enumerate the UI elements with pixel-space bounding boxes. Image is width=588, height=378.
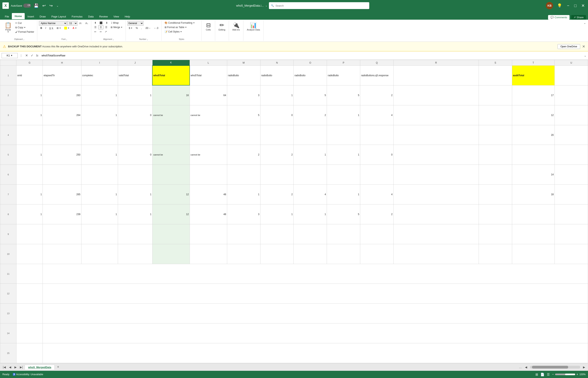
cell-o10[interactable] (294, 244, 327, 264)
cell-q1[interactable]: radioButtons.q5.response (360, 66, 394, 85)
cell-m4[interactable] (227, 125, 260, 145)
col-header-j[interactable]: J (118, 60, 152, 66)
cell-u10[interactable] (555, 244, 588, 264)
tab-insert[interactable]: Insert (25, 14, 37, 20)
bold-button[interactable]: B (39, 26, 43, 30)
cell-r6[interactable] (393, 165, 479, 185)
indent-right-button[interactable]: ⇒ (98, 30, 103, 34)
alignment-expand[interactable]: ⌟ (113, 38, 114, 40)
col-header-u[interactable]: U (555, 60, 588, 66)
cell-p8[interactable]: 5 (327, 204, 360, 224)
sheet-more-options[interactable]: … (518, 365, 523, 369)
paste-dropdown[interactable]: ▼ (7, 31, 9, 33)
cell-r5[interactable] (393, 145, 479, 165)
cell-n4[interactable] (260, 125, 294, 145)
cell-k4[interactable] (152, 125, 190, 145)
cell-m5[interactable]: 2 (227, 145, 260, 165)
zoom-out-button[interactable]: − (552, 373, 554, 376)
cell-s7[interactable] (479, 185, 512, 204)
page-break-button[interactable]: ☰ (547, 373, 550, 376)
cell-u1[interactable] (555, 66, 588, 85)
col-header-r[interactable]: R (393, 60, 479, 66)
cell-m1[interactable]: radioButto (227, 66, 260, 85)
cell-k6[interactable] (152, 165, 190, 185)
cell-q9[interactable] (360, 224, 394, 244)
cell-i4[interactable] (81, 125, 118, 145)
sheet-nav-right[interactable]: ▶ (13, 365, 18, 369)
cell-i10[interactable] (81, 244, 118, 264)
cell-h9[interactable] (43, 224, 81, 244)
cell-j9[interactable] (118, 224, 152, 244)
cell-q4[interactable] (360, 125, 394, 145)
tab-formulas[interactable]: Formulas (69, 14, 85, 20)
merge-button[interactable]: ⊞ Merge ▼ (109, 25, 124, 29)
cell-h3[interactable]: 264 (43, 105, 81, 125)
align-bottom-button[interactable]: ⬇ (104, 21, 109, 25)
quick-access-more[interactable]: ⌄ (55, 3, 59, 8)
cell-i2[interactable]: 1 (81, 85, 118, 105)
cell-s3[interactable] (479, 105, 512, 125)
indent-left-button[interactable]: ⇐ (93, 30, 98, 34)
cell-g7[interactable]: 1 (16, 185, 42, 204)
cell-l6[interactable] (190, 165, 227, 185)
col-header-h[interactable]: H (43, 60, 81, 66)
tab-data[interactable]: Data (85, 14, 96, 20)
cell-g10[interactable] (16, 244, 42, 264)
cell-j7[interactable]: 1 (118, 185, 152, 204)
cell-l5[interactable]: cannot be (190, 145, 227, 165)
cell-i8[interactable]: 1 (81, 204, 118, 224)
align-top-button[interactable]: ⬆ (93, 21, 98, 25)
cell-g9[interactable] (16, 224, 42, 244)
align-right-button[interactable]: ☰ (104, 25, 109, 29)
cell-k5[interactable]: cannot be (152, 145, 190, 165)
cell-q10[interactable] (360, 244, 394, 264)
font-size-select[interactable]: 11 (68, 21, 78, 26)
cell-reference-box[interactable]: K1 ▼ (2, 53, 18, 58)
col-header-m[interactable]: M (227, 60, 260, 66)
cell-g1[interactable]: onId (16, 66, 42, 85)
underline-button[interactable]: U ▼ (48, 26, 55, 30)
cut-button[interactable]: ✂ Cut (14, 21, 36, 25)
editing-button[interactable]: ✏ Editing (217, 21, 227, 32)
minimize-button[interactable]: − (566, 3, 570, 9)
cancel-formula-button[interactable]: ✕ (25, 53, 29, 58)
notification-close-button[interactable]: ✕ (582, 44, 585, 49)
cell-u5[interactable] (555, 145, 588, 165)
cell-t5[interactable] (512, 145, 554, 165)
zoom-in-button[interactable]: + (576, 373, 578, 376)
scrollbar-thumb[interactable] (532, 366, 568, 369)
cell-o6[interactable] (294, 165, 327, 185)
col-header-p[interactable]: P (327, 60, 360, 66)
cell-h5[interactable]: 250 (43, 145, 81, 165)
cell-h4[interactable] (43, 125, 81, 145)
format-as-table-button[interactable]: ⊞ Format as Table ▼ (163, 25, 188, 29)
align-left-button[interactable]: ☰ (93, 25, 98, 29)
cell-o9[interactable] (294, 224, 327, 244)
cell-j10[interactable] (118, 244, 152, 264)
cell-g6[interactable] (16, 165, 42, 185)
font-color-button[interactable]: A ▼ (71, 26, 78, 30)
cell-k7[interactable]: 12 (152, 185, 190, 204)
cell-q3[interactable]: 4 (360, 105, 394, 125)
cell-t4[interactable]: 20 (512, 125, 554, 145)
maximize-button[interactable]: □ (573, 3, 577, 9)
cell-p10[interactable] (327, 244, 360, 264)
decrease-font-button[interactable]: A↓ (84, 21, 90, 25)
cell-j5[interactable]: 0 (118, 145, 152, 165)
cell-l4[interactable] (190, 125, 227, 145)
wrap-text-button[interactable]: ⤵ Wrap (109, 21, 120, 25)
cell-h10[interactable] (43, 244, 81, 264)
cell-h8[interactable]: 239 (43, 204, 81, 224)
cell-m8[interactable]: 3 (227, 204, 260, 224)
sheet-nav-left2[interactable]: ◀ (8, 365, 13, 369)
cell-n5[interactable]: 2 (260, 145, 294, 165)
cell-s1[interactable] (479, 66, 512, 85)
cell-g11[interactable] (16, 264, 42, 284)
cell-q6[interactable] (360, 165, 394, 185)
sheet-nav-left[interactable]: |◀ (2, 365, 7, 369)
redo-button[interactable]: ↪ (49, 2, 54, 9)
cell-o2[interactable]: 5 (294, 85, 327, 105)
cell-n10[interactable] (260, 244, 294, 264)
cell-l9[interactable] (190, 224, 227, 244)
cell-p9[interactable] (327, 224, 360, 244)
